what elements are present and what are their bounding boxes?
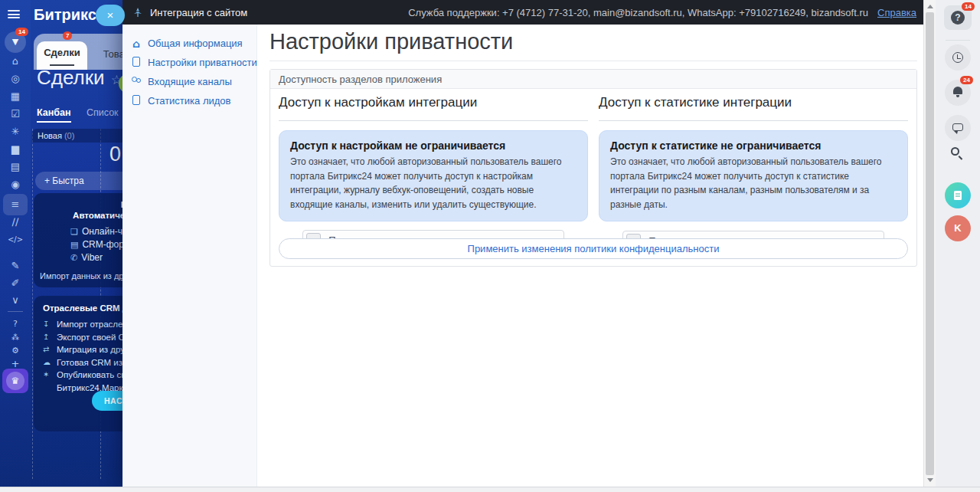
slider-nav: ⌂ Общая информация Настройки приватности… bbox=[122, 25, 257, 487]
horizontal-scrollbar[interactable] bbox=[0, 487, 980, 492]
app-right-sidebar: ? 14 24 K bbox=[936, 0, 980, 492]
chat-bubble-icon: ❏ bbox=[70, 227, 78, 237]
filter-badge: 14 bbox=[15, 28, 28, 36]
clock-icon bbox=[952, 52, 963, 63]
help-icon[interactable]: ? bbox=[0, 317, 31, 331]
home-icon: ⌂ bbox=[130, 38, 142, 50]
support-text: Служба поддержки: +7 (4712) 77-31-20, ma… bbox=[408, 7, 868, 18]
help-badge: 14 bbox=[962, 2, 975, 11]
export-icon: ↥ bbox=[43, 331, 49, 344]
crm-publish-item[interactable]: ✶Опубликовать свою bbox=[34, 369, 122, 382]
contacts-icon[interactable]: ▤ bbox=[0, 160, 31, 174]
stats-access-section: Доступ к статистике интеграции Доступ к … bbox=[599, 89, 908, 251]
messenger-button[interactable] bbox=[945, 115, 971, 141]
user-avatar[interactable]: K bbox=[945, 215, 971, 241]
phone-icon: ✆ bbox=[70, 253, 77, 263]
configure-button[interactable]: НАСТРО bbox=[92, 391, 122, 411]
sitemap-icon[interactable]: ⁂ bbox=[0, 331, 31, 345]
notifications-badge: 24 bbox=[960, 76, 973, 84]
background-app: Битрикс24 Сделки Товары 7 Сделки☆ Канбан… bbox=[31, 0, 122, 487]
availability-panel: Доступность разделов приложения Доступ к… bbox=[270, 69, 917, 267]
robot-icon[interactable]: ◉ bbox=[0, 178, 31, 192]
migration-icon: ⇄ bbox=[43, 343, 49, 356]
view-tab-kanban[interactable]: Канбан bbox=[37, 107, 71, 123]
import-icon: ↧ bbox=[43, 318, 49, 331]
nav-item-lead-stats[interactable]: Статистика лидов bbox=[130, 91, 256, 110]
cloud-icon: ☁ bbox=[43, 356, 51, 369]
crm-import-item[interactable]: ↧Импорт отраслевой bbox=[34, 318, 122, 331]
kanban-drop-guide bbox=[32, 129, 33, 479]
scroll-up-arrow[interactable] bbox=[927, 5, 933, 8]
browser-tabs-strip: Сделки Товары bbox=[34, 34, 122, 70]
target-icon[interactable]: ◎ bbox=[0, 72, 31, 86]
doc-edit-icon[interactable]: ✎ bbox=[0, 259, 31, 273]
kanban-column-header[interactable]: Новая (0) bbox=[32, 129, 122, 143]
slider-header: Интеграция с сайтом Служба поддержки: +7… bbox=[122, 0, 923, 25]
quick-deal-button[interactable]: + Быстра bbox=[35, 172, 122, 190]
menu-hamburger-icon[interactable] bbox=[8, 10, 20, 18]
scroll-down-arrow[interactable] bbox=[927, 478, 933, 482]
chat-icon bbox=[952, 123, 963, 131]
nav-item-channels[interactable]: Входящие каналы bbox=[130, 72, 256, 91]
section-heading: Доступ к статистике интеграции bbox=[599, 89, 908, 121]
view-tabs: Канбан Список Дела bbox=[37, 107, 122, 123]
channel-viber[interactable]: ✆Viber bbox=[34, 251, 122, 264]
scrollbar-thumb[interactable] bbox=[926, 12, 934, 475]
sign-icon[interactable]: ✐ bbox=[0, 277, 31, 290]
modal-scrollbar[interactable] bbox=[923, 0, 936, 487]
integration-slider: Интеграция с сайтом Служба поддержки: +7… bbox=[122, 0, 923, 487]
settings-gear-icon[interactable]: ⚙ bbox=[0, 344, 31, 358]
app-left-sidebar: ▼ 14 ⌂ ◎ ▦ ☑ ✳ ▆ ▤ ◉ ≡ ∕∕ </> ✎ ✐ ∨ ? ⁂ … bbox=[0, 0, 31, 492]
title-divider bbox=[270, 61, 917, 61]
timer-button[interactable] bbox=[945, 44, 971, 71]
share-icon: ✶ bbox=[43, 369, 49, 382]
help-link[interactable]: Справка bbox=[877, 7, 916, 18]
people-icon bbox=[131, 77, 142, 85]
bell-icon bbox=[953, 87, 962, 94]
analytics-icon[interactable]: ▆ bbox=[0, 143, 31, 156]
stats-access-infobox: Доступ к статистике не ограничивается Эт… bbox=[599, 130, 908, 221]
apply-privacy-button[interactable]: Применить изменения политики конфиденциа… bbox=[279, 238, 908, 259]
kanban-column-count: (0) bbox=[64, 131, 74, 140]
channel-crm-forms[interactable]: ▤CRM-формы bbox=[34, 238, 122, 251]
rail-divider bbox=[946, 40, 970, 41]
code-icon[interactable]: </> bbox=[0, 233, 31, 247]
sidebar-divider bbox=[8, 311, 23, 312]
crown-icon[interactable]: ♛ bbox=[6, 372, 24, 390]
page-title-deals: Сделки☆ bbox=[37, 66, 122, 90]
database-icon[interactable]: ≡ bbox=[0, 198, 31, 212]
automation-icon[interactable]: ✳ bbox=[0, 125, 31, 139]
slider-title: Интеграция с сайтом bbox=[150, 7, 247, 18]
privacy-settings-page: Настройки приватности Доступность раздел… bbox=[257, 25, 923, 487]
slider-body: ⌂ Общая информация Настройки приватности… bbox=[122, 25, 923, 487]
channel-online-chat[interactable]: ❏Онлайн-чат bbox=[34, 225, 122, 238]
logo-brand: Битрикс bbox=[34, 6, 96, 23]
support-bar: Служба поддержки: +7 (4712) 77-31-20, ma… bbox=[408, 7, 916, 18]
kanban-column-sum: 0 bbox=[31, 143, 121, 166]
document-icon bbox=[954, 191, 962, 200]
panel-header: Доступность разделов приложения bbox=[270, 70, 916, 89]
nav-item-general[interactable]: ⌂ Общая информация bbox=[130, 34, 256, 53]
form-icon: ▤ bbox=[70, 240, 78, 250]
section-heading: Доступ к настройкам интеграции bbox=[279, 89, 588, 121]
marketing-icon[interactable]: ∕∕ bbox=[0, 215, 31, 229]
crm-export-item[interactable]: ↥Экспорт своей CRM в bbox=[34, 331, 122, 344]
view-tab-list[interactable]: Список bbox=[87, 107, 119, 118]
home-icon[interactable]: ⌂ bbox=[0, 54, 31, 68]
store-icon[interactable]: ▦ bbox=[0, 90, 31, 103]
app-root: ▼ 14 ⌂ ◎ ▦ ☑ ✳ ▆ ▤ ◉ ≡ ∕∕ </> ✎ ✐ ∨ ? ⁂ … bbox=[0, 0, 980, 492]
import-other-crm-link[interactable]: другой bbox=[114, 271, 122, 280]
chevron-down-icon[interactable]: ∨ bbox=[0, 294, 31, 307]
close-slider-button[interactable]: × bbox=[96, 5, 125, 26]
copilot-button[interactable] bbox=[945, 182, 971, 208]
crm-migration-item[interactable]: ⇄Миграция из другой bbox=[34, 343, 122, 356]
tasks-icon[interactable]: ☑ bbox=[0, 107, 31, 121]
industry-crm-card: Отраслевые CRM для ва ↧Импорт отраслевой… bbox=[34, 296, 122, 431]
nav-item-privacy[interactable]: Настройки приватности bbox=[130, 53, 256, 72]
settings-access-section: Доступ к настройкам интеграции Доступ к … bbox=[279, 89, 588, 251]
crm-ready-item[interactable]: ☁Готовая CRM из Битр bbox=[34, 356, 122, 369]
question-icon: ? bbox=[951, 11, 965, 25]
contact-center-card: Контакт- Автоматическое до ❏Онлайн-чат ▤… bbox=[34, 193, 122, 287]
search-icon[interactable] bbox=[951, 147, 959, 156]
settings-access-infobox: Доступ к настройкам не ограничивается Эт… bbox=[279, 130, 588, 221]
